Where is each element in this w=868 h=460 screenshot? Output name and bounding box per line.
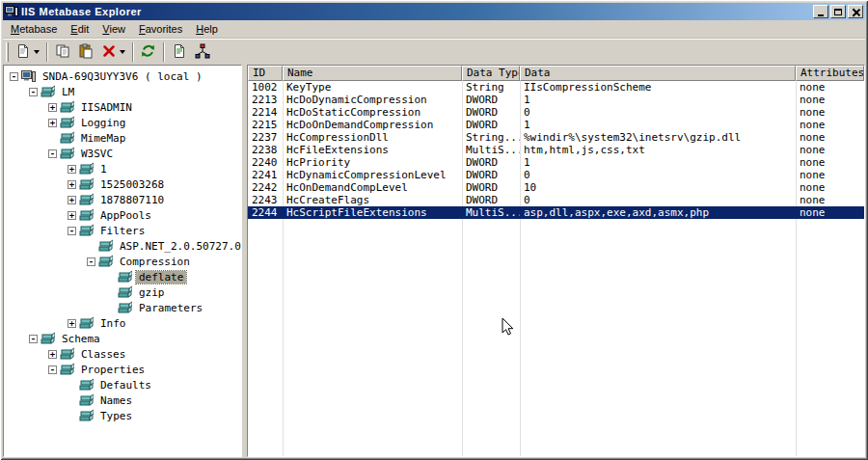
tree-item-properties[interactable]: -Properties — [4, 362, 241, 377]
tree-item-label[interactable]: IISADMIN — [78, 101, 135, 114]
expand-icon[interactable]: + — [48, 350, 57, 359]
tree-item-snda-69q3uyy3v6-local[interactable]: -SNDA-69Q3UYY3V6 ( local ) — [4, 68, 241, 84]
copy-button[interactable] — [52, 41, 73, 63]
delete-button[interactable] — [98, 41, 128, 63]
column-header-data-type[interactable]: Data Type — [462, 66, 520, 81]
table-row-2238[interactable]: 2238HcFileExtensionsMultiS...htm,html,js… — [248, 144, 864, 156]
expand-icon[interactable]: + — [68, 165, 76, 174]
table-row-2214[interactable]: 2214HcDoStaticCompressionDWORD0none — [248, 106, 864, 119]
collapse-icon[interactable]: - — [29, 88, 38, 96]
collapse-icon[interactable]: - — [87, 257, 95, 266]
properties-button[interactable] — [169, 41, 190, 63]
column-header-data[interactable]: Data — [520, 66, 796, 81]
tree-item-label[interactable]: Parameters — [136, 302, 205, 314]
tree-item-iisadmin[interactable]: +IISADMIN — [4, 99, 241, 115]
column-header-id[interactable]: ID — [248, 66, 283, 81]
tree-item-label[interactable]: Names — [97, 394, 135, 407]
tree-item-label[interactable]: Info — [97, 317, 129, 330]
tree-item-label[interactable]: Defaults — [97, 379, 154, 392]
table-row-2215[interactable]: 2215HcDoOnDemandCompressionDWORD1none — [248, 119, 864, 131]
tree-view[interactable]: -SNDA-69Q3UYY3V6 ( local )-LM+IISADMIN+L… — [3, 65, 242, 457]
cell-data: 0 — [520, 169, 796, 181]
tree-item-lm[interactable]: -LM — [4, 84, 241, 99]
expand-icon[interactable]: + — [48, 103, 57, 112]
tree-item-label[interactable]: LM — [59, 86, 77, 98]
table-row-2242[interactable]: 2242HcOnDemandCompLevelDWORD10none — [248, 181, 864, 194]
tree-item-label[interactable]: deflate — [136, 271, 186, 284]
menu-favorites[interactable]: Favorites — [132, 21, 189, 38]
tree-item-label[interactable]: SNDA-69Q3UYY3V6 ( local ) — [40, 70, 205, 83]
expand-icon[interactable]: + — [68, 180, 76, 189]
tree-item-label[interactable]: Logging — [78, 117, 128, 129]
tree-item-compression[interactable]: -Compression — [4, 254, 241, 269]
tree-item-info[interactable]: +Info — [4, 315, 241, 331]
tree-item-label[interactable]: Compression — [117, 256, 193, 268]
dropdown-arrow-icon[interactable] — [120, 50, 125, 54]
connect-button[interactable] — [192, 41, 213, 63]
expand-icon[interactable]: + — [68, 211, 76, 220]
collapse-icon[interactable]: - — [68, 227, 76, 235]
expand-icon[interactable]: + — [68, 196, 76, 204]
tree-item-deflate[interactable]: deflate — [4, 269, 241, 284]
refresh-button[interactable] — [138, 41, 159, 63]
tree-item-names[interactable]: Names — [4, 392, 241, 408]
tree-item-1[interactable]: +1 — [4, 161, 241, 176]
tree-item-label[interactable]: MimeMap — [78, 132, 128, 145]
paste-button[interactable] — [75, 41, 96, 63]
tree-item-label[interactable]: Filters — [97, 225, 148, 237]
table-row-2244[interactable]: 2244HcScriptFileExtensionsMultiS...asp,d… — [248, 206, 864, 219]
table-row-2237[interactable]: 2237HcCompressionDllString...%windir%\sy… — [248, 131, 864, 144]
tree-item-types[interactable]: Types — [4, 408, 241, 423]
toolbar-grip[interactable] — [6, 42, 9, 62]
tree-item-schema[interactable]: -Schema — [4, 331, 241, 346]
dropdown-arrow-icon[interactable] — [34, 50, 40, 54]
column-header-name[interactable]: Name — [283, 66, 462, 81]
tree-item-label[interactable]: W3SVC — [78, 148, 116, 160]
tree-item-defaults[interactable]: Defaults — [4, 377, 241, 392]
close-button[interactable] — [848, 5, 863, 18]
tree-item-label[interactable]: gzip — [136, 286, 168, 299]
table-row-2240[interactable]: 2240HcPriorityDWORD1none — [248, 156, 864, 169]
tree-item-label[interactable]: ASP.NET_2.0.50727.0 — [117, 240, 242, 253]
tree-item-label[interactable]: Classes — [78, 348, 128, 361]
table-row-2241[interactable]: 2241HcDynamicCompressionLevelDWORD0none — [248, 169, 864, 181]
tree-item-classes[interactable]: +Classes — [4, 346, 241, 362]
tree-item-1525003268[interactable]: +1525003268 — [4, 176, 241, 192]
tree-item-label[interactable]: 1878807110 — [97, 194, 167, 206]
table-row-2213[interactable]: 2213HcDoDynamicCompressionDWORD1none — [248, 94, 864, 106]
list-view[interactable]: IDNameData TypeDataAttributes 1002KeyTyp… — [247, 65, 865, 457]
collapse-icon[interactable]: - — [48, 149, 57, 158]
maximize-button[interactable] — [830, 5, 846, 18]
titlebar[interactable]: IIS Metabase Explorer — [3, 3, 865, 20]
column-header-attributes[interactable]: Attributes — [796, 66, 864, 81]
collapse-icon[interactable]: - — [48, 365, 57, 374]
collapse-icon[interactable]: - — [29, 335, 38, 343]
menu-edit[interactable]: Edit — [64, 21, 95, 38]
tree-item-label[interactable]: Schema — [59, 333, 103, 345]
tree-item-label[interactable]: AppPools — [97, 209, 154, 222]
tree-item-asp-net-2-0-50727-0[interactable]: ASP.NET_2.0.50727.0 — [4, 238, 241, 254]
menu-metabase[interactable]: Metabase — [4, 21, 64, 38]
tree-item-mimemap[interactable]: MimeMap — [4, 130, 241, 146]
tree-item-gzip[interactable]: gzip — [4, 284, 241, 300]
tree-item-label[interactable]: 1525003268 — [97, 178, 167, 191]
expand-icon[interactable]: + — [48, 119, 57, 127]
tree-item-apppools[interactable]: +AppPools — [4, 207, 241, 223]
table-row-1002[interactable]: 1002KeyTypeStringIIsCompressionSchemenon… — [248, 81, 864, 94]
menu-help[interactable]: Help — [189, 21, 225, 38]
paste-icon — [78, 43, 94, 62]
new-key-button[interactable] — [13, 41, 42, 63]
tree-item-label[interactable]: Properties — [78, 364, 148, 376]
tree-item-1878807110[interactable]: +1878807110 — [4, 192, 241, 207]
tree-item-w3svc[interactable]: -W3SVC — [4, 146, 241, 161]
minimize-button[interactable] — [813, 5, 828, 18]
menu-view[interactable]: View — [95, 21, 132, 38]
table-row-2243[interactable]: 2243HcCreateFlagsDWORD0none — [248, 194, 864, 206]
tree-item-label[interactable]: 1 — [97, 163, 110, 176]
expand-icon[interactable]: + — [68, 319, 76, 328]
tree-item-label[interactable]: Types — [97, 410, 135, 422]
tree-item-logging[interactable]: +Logging — [4, 115, 241, 130]
tree-item-filters[interactable]: -Filters — [4, 223, 241, 238]
tree-item-parameters[interactable]: Parameters — [4, 300, 241, 315]
collapse-icon[interactable]: - — [10, 72, 18, 81]
